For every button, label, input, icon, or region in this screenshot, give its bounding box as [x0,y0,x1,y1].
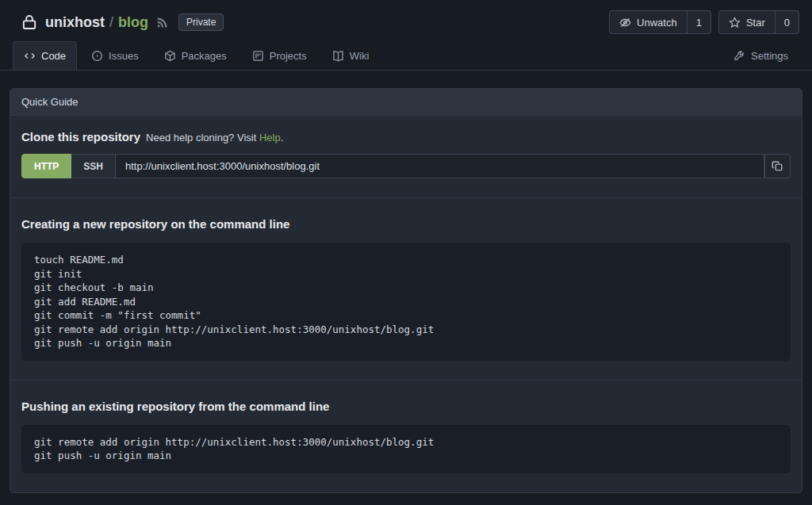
settings-icon [733,50,745,62]
clone-help-prefix: Need help cloning? Visit [146,132,256,143]
repo-actions: Unwatch 1 Star 0 [609,10,799,34]
clone-help-link[interactable]: Help [259,132,281,143]
tab-settings[interactable]: Settings [722,41,799,70]
rss-feed-icon[interactable] [156,17,168,29]
clone-section: Clone this repository Need help cloning?… [10,116,802,197]
tab-issues[interactable]: Issues [80,41,150,70]
existing-repo-heading: Pushing an existing repository from the … [21,400,791,413]
tab-packages[interactable]: Packages [153,41,238,70]
project-board-icon [252,50,264,62]
unwatch-button[interactable]: Unwatch [609,10,688,34]
tab-packages-label: Packages [182,50,227,62]
lock-icon [21,13,38,31]
copy-icon [772,160,783,172]
star-button[interactable]: Star [718,10,776,34]
tab-settings-label: Settings [751,50,788,62]
http-protocol-button[interactable]: HTTP [21,154,71,178]
existing-repo-code-block: git remote add origin http://unixclient.… [21,425,791,473]
clone-url-row: HTTP SSH [21,154,791,178]
repo-owner-link[interactable]: unixhost [45,14,105,31]
tab-projects-label: Projects [270,50,307,62]
star-button-group: Star 0 [718,10,799,34]
tab-wiki[interactable]: Wiki [321,41,381,70]
ssh-protocol-button[interactable]: SSH [71,154,116,178]
tab-code[interactable]: Code [13,41,77,70]
star-icon [729,17,741,29]
tab-code-label: Code [41,50,66,62]
clone-help-suffix: . [281,132,284,143]
clone-heading-row: Clone this repository Need help cloning?… [21,130,791,143]
code-icon [24,50,36,62]
new-repo-heading: Creating a new repository on the command… [21,217,791,231]
stars-count-button[interactable]: 0 [776,10,799,34]
unwatch-label: Unwatch [637,17,677,29]
repo-tab-bar: Code Issues Packages [0,41,812,71]
wiki-book-icon [332,50,344,62]
package-icon [164,50,176,62]
main-content: Quick Guide Clone this repository Need h… [0,71,812,503]
tab-issues-label: Issues [109,50,139,62]
watch-button-group: Unwatch 1 [609,10,711,34]
eye-slash-icon [619,17,631,29]
repo-name-link[interactable]: blog [118,14,148,31]
new-repo-code-block: touch README.md git init git checkout -b… [21,243,791,361]
watchers-count-button[interactable]: 1 [688,10,711,34]
repo-separator: / [109,14,113,31]
repository-page: unixhost / blog Private [0,0,812,503]
quick-guide-title: Quick Guide [10,89,802,116]
clone-help-text: Need help cloning? Visit Help. [146,132,283,143]
new-repo-section: Creating a new repository on the command… [10,198,802,380]
clone-url-input[interactable] [116,154,764,178]
copy-url-button[interactable] [764,154,791,178]
repo-header: unixhost / blog Private [0,0,812,41]
tab-projects[interactable]: Projects [241,41,318,70]
private-badge: Private [178,13,224,31]
clone-heading: Clone this repository [21,130,140,143]
repo-title: unixhost / blog Private [21,13,224,31]
star-label: Star [746,17,765,29]
issue-icon [91,50,103,62]
quick-guide-panel: Quick Guide Clone this repository Need h… [10,88,802,493]
tab-wiki-label: Wiki [350,50,370,62]
existing-repo-section: Pushing an existing repository from the … [10,381,802,492]
